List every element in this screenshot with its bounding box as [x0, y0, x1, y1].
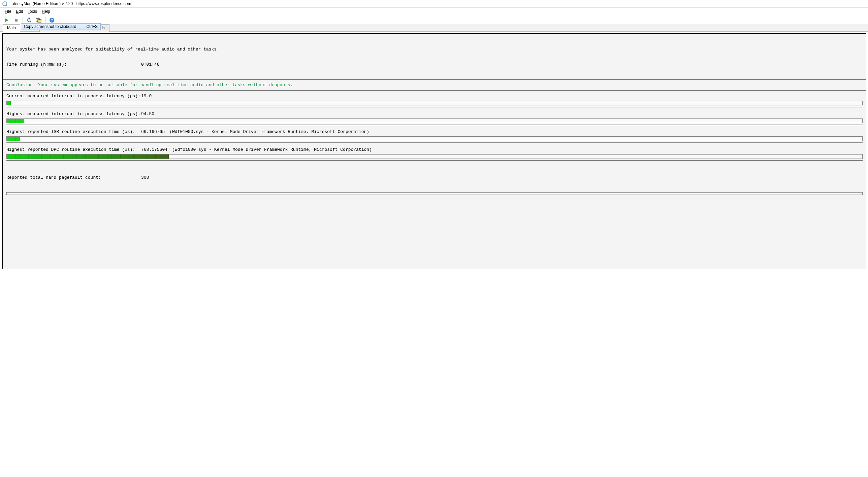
bar-segment — [20, 119, 24, 123]
metric-block: Highest measured interrupt to process la… — [3, 109, 866, 127]
svg-rect-6 — [38, 20, 41, 22]
bar-segment — [134, 155, 138, 159]
menu-tools[interactable]: Tools — [26, 8, 39, 14]
refresh-button[interactable] — [25, 17, 33, 24]
bar-segment — [11, 137, 16, 141]
tooltip-shortcut: Ctrl+S — [86, 24, 98, 29]
pagefault-label: Reported total hard pagefault count: — [6, 175, 141, 180]
svg-line-1 — [6, 5, 7, 6]
bar-segment — [55, 155, 59, 159]
divider — [6, 160, 863, 161]
svg-rect-3 — [15, 19, 18, 22]
bar-segment — [116, 155, 121, 159]
bar-segment — [16, 137, 20, 141]
divider — [6, 142, 863, 143]
svg-marker-4 — [29, 18, 30, 20]
bar-segment — [7, 155, 11, 159]
bar-segment — [59, 155, 64, 159]
bar-segment — [94, 155, 99, 159]
bar-segment — [164, 155, 169, 159]
bar-segment — [16, 119, 20, 123]
bar-segment — [7, 101, 11, 105]
tab-bar: Main Stats Processes Drivers CPUs — [0, 24, 868, 32]
bar-segment — [46, 155, 51, 159]
bar-segment — [77, 155, 81, 159]
screenshot-button[interactable] — [35, 17, 43, 24]
metric-value: 66.166765 — [141, 129, 165, 134]
time-running-label: Time running (h:mm:ss): — [6, 62, 141, 67]
bar-segment — [7, 137, 11, 141]
metric-label: Current measured interrupt to process la… — [6, 94, 141, 99]
bar-segment — [81, 155, 86, 159]
menu-file[interactable]: File — [3, 8, 13, 14]
title-bar: LatencyMon (Home Edition ) v 7.20 - http… — [0, 0, 868, 8]
bar-segment — [72, 155, 77, 159]
bar-segment — [11, 119, 16, 123]
bar-segment — [112, 155, 116, 159]
bar-segment — [147, 155, 151, 159]
conclusion-text: Conclusion: Your system appears to be su… — [3, 80, 866, 91]
bar-segment — [103, 155, 107, 159]
tooltip-text: Copy screenshot to clipboard — [24, 24, 76, 29]
metric-label: Highest reported ISR routine execution t… — [6, 129, 141, 134]
divider — [6, 125, 863, 125]
bar-segment — [125, 155, 129, 159]
metric-value: 94.50 — [141, 112, 154, 117]
bar-segment — [99, 155, 103, 159]
bar-segment — [151, 155, 156, 159]
metric-bar — [6, 101, 863, 105]
bar-segment — [33, 155, 37, 159]
about-button[interactable]: ? — [48, 17, 56, 24]
app-icon — [2, 1, 7, 6]
pagefault-block: Reported total hard pagefault count: 308 — [3, 162, 866, 206]
bar-segment — [37, 155, 42, 159]
svg-text:?: ? — [51, 18, 53, 22]
pagefault-bar — [6, 192, 863, 195]
metric-block: Highest reported DPC routine execution t… — [3, 145, 866, 162]
menu-bar: File Edit Tools Help — [0, 8, 868, 15]
divider — [6, 107, 863, 107]
bar-segment — [7, 119, 11, 123]
metric-label: Highest measured interrupt to process la… — [6, 112, 141, 117]
menu-edit[interactable]: Edit — [14, 8, 25, 14]
bar-segment — [29, 155, 33, 159]
metric-value: 768.175604 — [141, 147, 167, 152]
menu-help[interactable]: Help — [40, 8, 52, 14]
bar-segment — [20, 155, 24, 159]
metric-block: Highest reported ISR routine execution t… — [3, 127, 866, 145]
metric-bar — [6, 119, 863, 123]
bar-segment — [64, 155, 68, 159]
analysis-header: Your system has been analyzed for suitab… — [3, 34, 866, 80]
bar-segment — [138, 155, 143, 159]
bar-segment — [156, 155, 160, 159]
metric-bar — [6, 154, 863, 159]
tooltip: Copy screenshot to clipboard Ctrl+S — [21, 23, 101, 30]
toolbar-separator-2 — [45, 17, 45, 24]
toolbar-separator — [23, 17, 23, 24]
metric-value: 19.0 — [141, 94, 152, 99]
bar-segment — [160, 155, 164, 159]
tab-main[interactable]: Main — [3, 24, 20, 32]
toolbar: ? Copy screenshot to clipboard Ctrl+S — [0, 15, 868, 25]
window-title: LatencyMon (Home Edition ) v 7.20 - http… — [9, 1, 131, 6]
bar-segment — [24, 155, 29, 159]
bar-segment — [129, 155, 134, 159]
svg-marker-2 — [5, 19, 8, 22]
play-button[interactable] — [3, 17, 11, 24]
metric-extra: (Wdf01000.sys - Kernel Mode Driver Frame… — [172, 147, 372, 152]
bar-segment — [42, 155, 46, 159]
bar-segment — [51, 155, 55, 159]
stop-button[interactable] — [12, 17, 20, 24]
time-running-value: 0:01:48 — [141, 62, 160, 67]
bar-segment — [107, 155, 112, 159]
bar-segment — [121, 155, 125, 159]
metric-extra: (Wdf01000.sys - Kernel Mode Driver Frame… — [169, 129, 369, 134]
metric-block: Current measured interrupt to process la… — [3, 91, 866, 109]
main-panel: Your system has been analyzed for suitab… — [2, 33, 866, 268]
analyzed-text: Your system has been analyzed for suitab… — [6, 47, 863, 52]
bar-segment — [16, 155, 20, 159]
bar-segment — [143, 155, 147, 159]
bar-segment — [86, 155, 90, 159]
pagefault-value: 308 — [141, 175, 149, 180]
bar-segment — [11, 155, 16, 159]
